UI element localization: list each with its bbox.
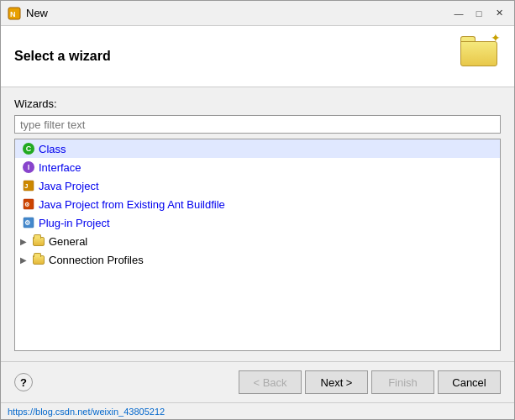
- class-icon: C: [22, 142, 35, 155]
- svg-text:J: J: [24, 182, 28, 190]
- window-title: New: [26, 7, 450, 19]
- svg-text:N: N: [10, 10, 16, 18]
- next-button[interactable]: Next >: [305, 370, 368, 394]
- wizards-label: Wizards:: [14, 97, 501, 110]
- filter-input[interactable]: [14, 115, 501, 134]
- plugin-project-icon: ⚙: [22, 216, 35, 229]
- content-area: Wizards: C Class I Interface: [1, 87, 514, 361]
- header-area: Select a wizard ✦: [1, 26, 514, 87]
- item-label: Interface: [39, 161, 81, 174]
- folder-group-icon: [32, 234, 45, 248]
- title-bar: N New — □ ✕: [1, 1, 514, 26]
- list-item[interactable]: ▶ General: [15, 232, 500, 250]
- item-label: Class: [39, 143, 66, 155]
- list-item[interactable]: ⚙ Plug-in Project: [15, 213, 500, 232]
- list-item[interactable]: I Interface: [15, 158, 500, 176]
- item-label: Plug-in Project: [39, 217, 110, 229]
- tree-container[interactable]: C Class I Interface J Java Proje: [14, 139, 501, 351]
- item-label: Connection Profiles: [49, 254, 144, 266]
- list-item[interactable]: J Java Project: [15, 176, 500, 195]
- expand-arrow-icon: ▶: [20, 255, 32, 265]
- header-title: Select a wizard: [14, 49, 111, 64]
- status-text: https://blog.csdn.net/weixin_43805212: [8, 407, 165, 417]
- title-bar-controls: — □ ✕: [450, 6, 507, 21]
- list-item[interactable]: ⚙ Java Project from Existing Ant Buildfi…: [15, 195, 500, 213]
- minimize-button[interactable]: —: [450, 6, 467, 21]
- button-row: ? < Back Next > Finish Cancel: [1, 361, 514, 402]
- list-item[interactable]: ▶ Connection Profiles: [15, 250, 500, 269]
- interface-icon: I: [22, 160, 35, 174]
- back-button[interactable]: < Back: [239, 370, 302, 394]
- svg-text:⚙: ⚙: [24, 219, 30, 227]
- window-icon: N: [8, 7, 21, 20]
- item-label: Java Project from Existing Ant Buildfile: [39, 198, 225, 211]
- ant-buildfile-icon: ⚙: [22, 197, 35, 211]
- item-label: Java Project: [39, 180, 99, 192]
- expand-arrow-icon: ▶: [20, 237, 32, 246]
- finish-button[interactable]: Finish: [371, 370, 434, 394]
- header-wizard-icon: ✦: [460, 36, 501, 76]
- dialog-window: N New — □ ✕ Select a wizard ✦ Wizards:: [0, 0, 515, 420]
- maximize-button[interactable]: □: [470, 6, 487, 21]
- java-project-icon: J: [22, 179, 35, 192]
- item-label: General: [49, 235, 87, 248]
- sparkle-icon: ✦: [491, 31, 501, 45]
- status-bar: https://blog.csdn.net/weixin_43805212: [1, 402, 514, 419]
- list-item[interactable]: C Class: [15, 139, 500, 158]
- help-button[interactable]: ?: [14, 373, 33, 391]
- svg-text:⚙: ⚙: [24, 202, 29, 207]
- cancel-button[interactable]: Cancel: [438, 370, 501, 394]
- folder-group-icon: [32, 253, 45, 266]
- close-button[interactable]: ✕: [491, 6, 507, 21]
